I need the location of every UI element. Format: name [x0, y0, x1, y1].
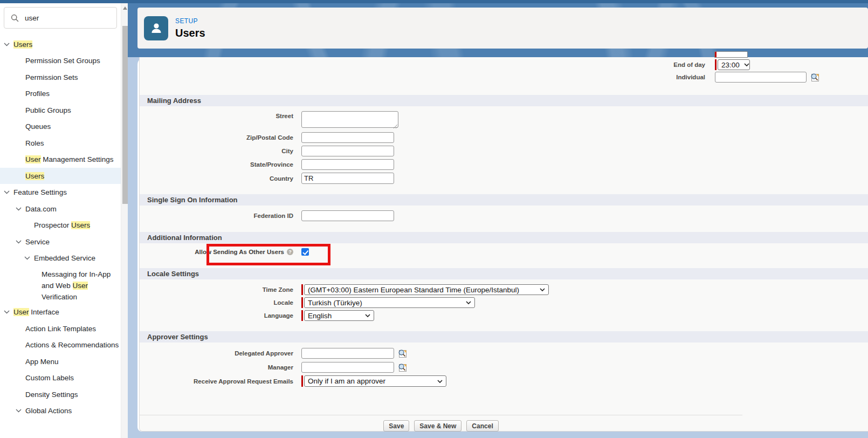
scroll-up-icon[interactable]	[123, 6, 127, 10]
country-input[interactable]	[301, 173, 394, 184]
time-zone-label: Time Zone	[140, 286, 293, 293]
scrollbar-thumb[interactable]	[122, 26, 128, 204]
required-bar	[301, 284, 303, 295]
sidebar-item-queues[interactable]: Queues	[0, 119, 121, 135]
manager-label: Manager	[140, 364, 293, 371]
delegated-approver-input[interactable]	[301, 348, 394, 359]
lookup-icon[interactable]	[397, 362, 408, 373]
chevron-down-icon	[744, 63, 749, 66]
save-and-new-button[interactable]: Save & New	[414, 420, 461, 432]
search-input[interactable]	[24, 13, 121, 23]
sidebar-item-users[interactable]: Users	[0, 168, 121, 184]
allow-sending-checkbox[interactable]	[301, 248, 309, 256]
federation-id-label: Federation ID	[140, 213, 293, 219]
chevron-down-icon	[4, 190, 10, 194]
end-of-day-row: End of day 23:00	[589, 59, 750, 70]
sidebar-search[interactable]	[4, 7, 117, 29]
user-icon	[144, 16, 168, 40]
section-sso: Single Sign On Information	[140, 194, 868, 206]
required-bar	[301, 375, 303, 387]
language-label: Language	[140, 312, 293, 319]
sidebar-item-permission-set-groups[interactable]: Permission Set Groups	[0, 53, 121, 69]
sidebar-item-embedded-service[interactable]: Embedded Service	[0, 250, 121, 266]
time-zone-select[interactable]: (GMT+03:00) Eastern European Standard Ti…	[304, 284, 549, 295]
country-row: Country	[140, 173, 868, 184]
city-row: City	[140, 146, 868, 156]
sidebar-item-messaging-user-verification[interactable]: Messaging for In-App and Web User Verifi…	[0, 266, 121, 304]
receive-approval-row: Receive Approval Request Emails Only if …	[140, 375, 868, 387]
individual-row: Individual	[589, 72, 820, 83]
federation-id-input[interactable]	[301, 210, 394, 221]
required-bar	[715, 59, 717, 70]
sidebar-item-permission-sets[interactable]: Permission Sets	[0, 69, 121, 85]
language-row: Language English	[140, 310, 868, 321]
sidebar-item-prospector-users[interactable]: Prospector Users	[0, 217, 121, 234]
receive-approval-label: Receive Approval Request Emails	[140, 378, 293, 385]
main-region: SETUP Users End of day 23:00 Individual	[128, 0, 868, 438]
allow-sending-label: Allow Sending As Other Users	[140, 249, 293, 255]
state-label: State/Province	[140, 161, 293, 168]
street-row: Street	[140, 111, 868, 130]
lookup-icon[interactable]	[810, 72, 820, 83]
cutoff-select[interactable]	[714, 51, 748, 58]
zip-label: Zip/Postal Code	[140, 134, 293, 141]
sidebar-item-service[interactable]: Service	[0, 234, 121, 250]
state-input[interactable]	[301, 159, 394, 170]
setup-sidebar: Users Permission Set Groups Permission S…	[0, 3, 121, 438]
chevron-down-icon	[16, 409, 22, 413]
sidebar-item-feature-settings[interactable]: Feature Settings	[0, 184, 121, 201]
country-label: Country	[140, 175, 293, 182]
user-edit-form: Mailing Address Street Zip/Postal Code C…	[140, 57, 868, 432]
delegated-approver-label: Delegated Approver	[140, 350, 293, 357]
save-button[interactable]: Save	[383, 420, 409, 432]
section-additional-info: Additional Information	[140, 232, 868, 243]
sidebar-item-global-actions[interactable]: Global Actions	[0, 403, 121, 419]
section-locale-settings: Locale Settings	[140, 268, 868, 279]
sidebar-item-users-group[interactable]: Users	[0, 36, 121, 52]
sidebar-scrollbar[interactable]	[121, 3, 128, 438]
chevron-down-icon	[466, 301, 471, 304]
locale-select[interactable]: Turkish (Türkiye)	[304, 297, 475, 308]
chevron-down-icon	[16, 240, 22, 244]
chevron-down-icon	[24, 256, 30, 260]
sidebar-item-user-management-settings[interactable]: User Management Settings	[0, 152, 121, 168]
required-bar	[301, 297, 303, 308]
sidebar-item-datacom[interactable]: Data.com	[0, 201, 121, 217]
city-label: City	[140, 148, 293, 154]
end-of-day-select[interactable]: 23:00	[718, 59, 750, 70]
button-bar: Save Save & New Cancel	[140, 415, 742, 432]
sidebar-item-density-settings[interactable]: Density Settings	[0, 386, 121, 402]
sidebar-item-actions-recommendations[interactable]: Actions & Recommendations	[0, 337, 121, 353]
zip-row: Zip/Postal Code	[140, 132, 868, 143]
sidebar-item-profiles[interactable]: Profiles	[0, 86, 121, 102]
manager-input[interactable]	[301, 362, 394, 373]
lookup-icon[interactable]	[397, 348, 408, 359]
street-textarea[interactable]	[301, 111, 398, 128]
time-zone-row: Time Zone (GMT+03:00) Eastern European S…	[140, 284, 868, 295]
page-header: SETUP Users	[137, 8, 868, 49]
sidebar-item-public-groups[interactable]: Public Groups	[0, 102, 121, 118]
zip-input[interactable]	[301, 132, 394, 143]
top-edge-strip	[0, 0, 868, 3]
sidebar-item-action-link-templates[interactable]: Action Link Templates	[0, 320, 121, 337]
sidebar-item-roles[interactable]: Roles	[0, 135, 121, 151]
chevron-down-icon	[4, 43, 10, 46]
sidebar-item-user-interface[interactable]: User Interface	[0, 304, 121, 320]
delegated-approver-row: Delegated Approver	[140, 348, 868, 359]
street-label: Street	[140, 111, 293, 119]
city-input[interactable]	[301, 146, 394, 156]
cancel-button[interactable]: Cancel	[466, 420, 498, 432]
language-select[interactable]: English	[304, 310, 374, 321]
receive-approval-select[interactable]: Only if I am an approver	[304, 375, 446, 387]
page-title: Users	[175, 27, 205, 39]
chevron-down-icon	[365, 314, 370, 317]
section-mailing-address: Mailing Address	[140, 95, 868, 106]
section-approver-settings: Approver Settings	[140, 331, 868, 343]
chevron-down-icon	[437, 380, 443, 383]
sidebar-item-app-menu[interactable]: App Menu	[0, 353, 121, 369]
chevron-down-icon	[540, 288, 545, 291]
manager-row: Manager	[140, 362, 868, 373]
individual-input[interactable]	[715, 72, 807, 83]
help-icon[interactable]	[287, 249, 293, 255]
sidebar-item-custom-labels[interactable]: Custom Labels	[0, 370, 121, 386]
